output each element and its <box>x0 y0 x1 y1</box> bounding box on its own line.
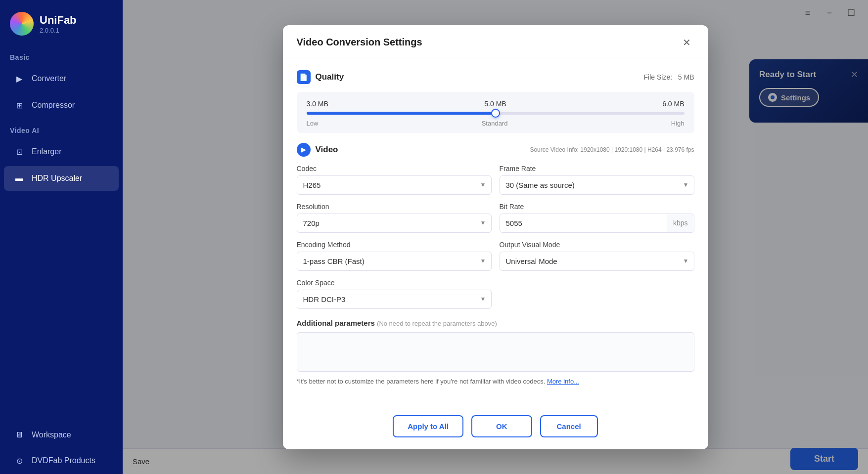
color-space-select[interactable]: HDR DCI-P3 SDR BT.709 HDR BT.2020 <box>297 290 491 308</box>
additional-section: Additional parameters (No need to repeat… <box>297 319 694 385</box>
modal-header: Video Conversion Settings ✕ <box>283 25 708 58</box>
bit-rate-input[interactable] <box>500 214 667 232</box>
quality-section: 📄 Quality File Size: 5 MB 3.0 MB 5.0 MB <box>297 70 694 133</box>
sidebar-section-video-ai: Video AI <box>0 119 123 138</box>
modal-title: Video Conversion Settings <box>297 37 422 48</box>
file-size-label: File Size: <box>644 73 673 81</box>
additional-title: Additional parameters <box>297 319 375 327</box>
sidebar-item-dvdfab[interactable]: ⊙ DVDFab Products <box>4 448 119 473</box>
file-size-info: File Size: 5 MB <box>644 73 694 81</box>
ok-button[interactable]: OK <box>471 415 532 437</box>
source-info: Source Video Info: 1920x1080 | 1920:1080… <box>530 146 694 153</box>
modal-footer: Apply to All OK Cancel <box>283 405 708 449</box>
sidebar-item-label-compressor: Compressor <box>32 101 75 110</box>
modal-close-button[interactable]: ✕ <box>680 35 694 50</box>
bit-rate-unit: kbps <box>667 214 694 232</box>
frame-rate-select[interactable]: 30 (Same as source) 24 25 29.97 60 <box>500 176 694 194</box>
quality-title: Quality <box>316 72 344 82</box>
sidebar-item-converter[interactable]: ▶ Converter <box>4 66 119 91</box>
color-space-label: Color Space <box>297 279 492 287</box>
output-visual-select[interactable]: Universal Mode HDR Mode SDR Mode <box>500 252 694 270</box>
sidebar-item-hdr-upscaler[interactable]: ▬ HDR Upscaler <box>4 166 119 191</box>
encoding-select[interactable]: 1-pass CBR (Fast) 2-pass CBR VBR <box>297 252 491 270</box>
quality-high: High <box>671 120 685 127</box>
logo-icon <box>10 12 34 36</box>
cancel-button[interactable]: Cancel <box>540 415 598 437</box>
slider-max-label: 6.0 MB <box>662 100 684 108</box>
modal-body: 📄 Quality File Size: 5 MB 3.0 MB 5.0 MB <box>283 58 708 405</box>
modal-overlay: Video Conversion Settings ✕ 📄 Quality Fi… <box>123 0 868 474</box>
bit-rate-group: Bit Rate kbps <box>500 203 694 233</box>
bit-rate-label: Bit Rate <box>500 203 694 211</box>
quality-standard: Standard <box>482 120 508 127</box>
video-title: Video <box>316 145 338 155</box>
frame-rate-label: Frame Rate <box>500 165 694 172</box>
quality-low: Low <box>307 120 319 127</box>
resolution-select[interactable]: 480p 720p 1080p 4K <box>297 214 491 232</box>
more-info-link[interactable]: More info... <box>547 378 579 385</box>
sidebar-item-label-workspace: Workspace <box>32 431 71 439</box>
codec-select-wrapper: H265 H264 AV1 VP9 ▼ <box>297 175 492 195</box>
color-space-group: Color Space HDR DCI-P3 SDR BT.709 HDR BT… <box>297 279 492 309</box>
bit-rate-wrapper: kbps <box>500 214 694 233</box>
resolution-group: Resolution 480p 720p 1080p 4K ▼ <box>297 203 492 233</box>
quality-icon: 📄 <box>297 70 311 84</box>
resolution-label: Resolution <box>297 203 492 211</box>
main-area: ≡ − ☐ Ready to Start ✕ Settings Save Sta… <box>123 0 868 474</box>
logo-text-group: UniFab 2.0.0.1 <box>40 14 77 34</box>
enlarger-icon: ⊡ <box>14 146 25 157</box>
sidebar-item-label-hdr: HDR Upscaler <box>32 174 82 183</box>
compressor-icon: ⊞ <box>14 100 25 111</box>
video-form-grid: Codec H265 H264 AV1 VP9 ▼ <box>297 165 694 309</box>
quality-section-header: 📄 Quality File Size: 5 MB <box>297 70 694 84</box>
additional-hint: (No need to repeat the parameters above) <box>377 320 497 327</box>
app-version: 2.0.0.1 <box>40 27 77 34</box>
warning-text: *It's better not to customize the parame… <box>297 378 546 385</box>
output-visual-group: Output Visual Mode Universal Mode HDR Mo… <box>500 241 694 271</box>
output-visual-select-wrapper: Universal Mode HDR Mode SDR Mode ▼ <box>500 252 694 271</box>
additional-textarea[interactable] <box>297 332 694 372</box>
encoding-group: Encoding Method 1-pass CBR (Fast) 2-pass… <box>297 241 492 271</box>
slider-min-label: 3.0 MB <box>307 100 328 108</box>
quality-slider-container: 3.0 MB 5.0 MB 6.0 MB Low Standard High <box>297 92 694 133</box>
frame-rate-group: Frame Rate 30 (Same as source) 24 25 29.… <box>500 165 694 195</box>
sidebar-item-enlarger[interactable]: ⊡ Enlarger <box>4 139 119 164</box>
additional-warning: *It's better not to customize the parame… <box>297 378 694 385</box>
slider-thumb[interactable] <box>491 109 500 118</box>
video-section-header: ▶ Video Source Video Info: 1920x1080 | 1… <box>297 143 694 157</box>
codec-select[interactable]: H265 H264 AV1 VP9 <box>297 176 491 194</box>
encoding-select-wrapper: 1-pass CBR (Fast) 2-pass CBR VBR ▼ <box>297 252 492 271</box>
codec-label: Codec <box>297 165 492 172</box>
slider-labels: 3.0 MB 5.0 MB 6.0 MB <box>307 100 685 108</box>
sidebar-item-compressor[interactable]: ⊞ Compressor <box>4 93 119 118</box>
frame-rate-select-wrapper: 30 (Same as source) 24 25 29.97 60 ▼ <box>500 175 694 195</box>
file-size-value: 5 MB <box>678 73 694 81</box>
slider-track[interactable] <box>307 112 685 115</box>
resolution-select-wrapper: 480p 720p 1080p 4K ▼ <box>297 214 492 233</box>
slider-fill <box>307 112 496 115</box>
dvdfab-icon: ⊙ <box>14 455 25 466</box>
sidebar-item-label-enlarger: Enlarger <box>32 147 61 156</box>
codec-group: Codec H265 H264 AV1 VP9 ▼ <box>297 165 492 195</box>
output-visual-label: Output Visual Mode <box>500 241 694 249</box>
slider-quality-labels: Low Standard High <box>307 120 685 127</box>
hdr-upscaler-icon: ▬ <box>14 173 25 184</box>
video-icon: ▶ <box>297 143 311 157</box>
sidebar: UniFab 2.0.0.1 Basic ▶ Converter ⊞ Compr… <box>0 0 123 474</box>
sidebar-item-workspace[interactable]: 🖥 Workspace <box>4 423 119 447</box>
converter-icon: ▶ <box>14 73 25 84</box>
additional-label: Additional parameters (No need to repeat… <box>297 319 694 327</box>
modal-dialog: Video Conversion Settings ✕ 📄 Quality Fi… <box>283 25 708 449</box>
encoding-label: Encoding Method <box>297 241 492 249</box>
color-space-select-wrapper: HDR DCI-P3 SDR BT.709 HDR BT.2020 ▼ <box>297 290 492 309</box>
app-name: UniFab <box>40 14 77 27</box>
sidebar-item-label-converter: Converter <box>32 74 66 83</box>
video-section: ▶ Video Source Video Info: 1920x1080 | 1… <box>297 143 694 309</box>
workspace-icon: 🖥 <box>14 430 25 440</box>
slider-mid-label: 5.0 MB <box>484 100 506 108</box>
apply-all-button[interactable]: Apply to All <box>393 415 463 437</box>
sidebar-section-basic: Basic <box>0 45 123 65</box>
app-logo: UniFab 2.0.0.1 <box>0 0 123 45</box>
sidebar-item-label-dvdfab: DVDFab Products <box>32 456 95 465</box>
